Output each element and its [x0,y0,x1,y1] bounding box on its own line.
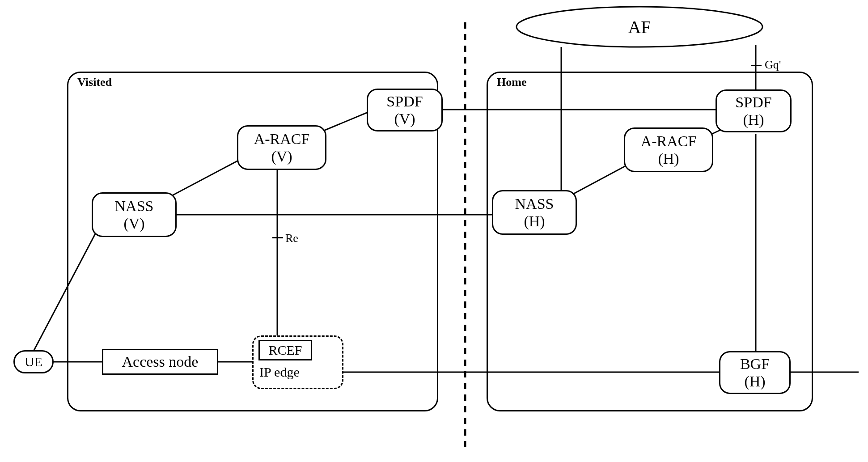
node-ue: UE [13,350,54,373]
node-spdf-v-label: SPDF (V) [386,93,423,127]
node-spdf-h: SPDF (H) [716,89,792,132]
node-spdf-h-label: SPDF (H) [735,93,771,128]
node-af-label: AF [514,4,765,49]
node-bgf-h: BGF (H) [719,351,791,394]
node-aracf-v: A-RACF (V) [237,125,326,170]
node-nass-v-label: NASS (V) [115,197,154,232]
node-aracf-v-label: A-RACF (V) [254,130,310,165]
group-visited-label: Visited [77,76,112,89]
group-home-label: Home [497,76,526,89]
node-spdf-v: SPDF (V) [367,89,443,131]
tick-gq [751,65,762,66]
node-access-label: Access node [122,353,199,370]
diagram-canvas: Visited Home AF UE Access node RCEF IP e… [0,0,868,462]
node-ipedge-label: IP edge [259,365,300,380]
iface-gq-label: Gq' [765,58,781,72]
node-rcef-label: RCEF [268,343,302,358]
node-ue-label: UE [25,354,42,370]
node-nass-h-label: NASS (H) [515,195,554,230]
node-af: AF [514,4,765,49]
node-rcef: RCEF [258,340,312,360]
node-aracf-h-label: A-RACF (H) [641,132,697,167]
node-aracf-h: A-RACF (H) [624,127,713,172]
node-access: Access node [102,349,218,375]
node-nass-h: NASS (H) [492,190,577,235]
iface-re-label: Re [285,232,298,245]
node-nass-v: NASS (V) [92,192,177,237]
node-bgf-h-label: BGF (H) [740,355,770,390]
